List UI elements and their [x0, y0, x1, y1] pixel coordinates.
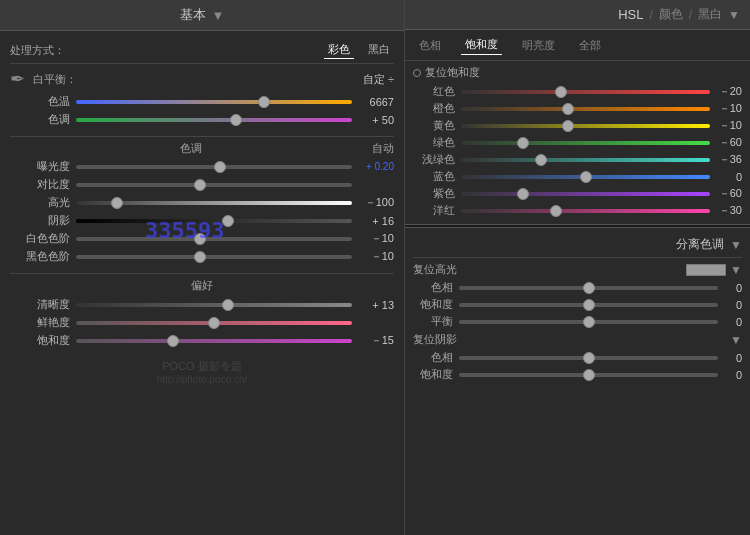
- white-row: 白色色阶 －10: [10, 231, 394, 246]
- color-sep-section: 分离色调 ▼ 复位高光 ▼ 色相 0 饱和度 0: [405, 228, 750, 388]
- hsl-red-value: －20: [710, 84, 742, 99]
- vibrance-thumb[interactable]: [208, 317, 220, 329]
- clarity-thumb[interactable]: [222, 299, 234, 311]
- tone-auto[interactable]: 自动: [372, 141, 394, 156]
- hsl-orange-slider[interactable]: [461, 107, 710, 111]
- hsl-green-thumb[interactable]: [517, 137, 529, 149]
- highlight-value: －100: [352, 195, 394, 210]
- hsl-green-slider[interactable]: [461, 141, 710, 145]
- wb-label: 白平衡：: [33, 72, 77, 87]
- hsl-red-label: 红色: [413, 84, 455, 99]
- saturation-label: 饱和度: [10, 333, 70, 348]
- saturation-value: －15: [352, 333, 394, 348]
- high-hue-thumb[interactable]: [583, 282, 595, 294]
- hsl-yellow-thumb[interactable]: [562, 120, 574, 132]
- tone-label: 色调: [180, 142, 202, 154]
- tab-all[interactable]: 全部: [575, 36, 605, 55]
- saturation-thumb[interactable]: [167, 335, 179, 347]
- hsl-red-thumb[interactable]: [555, 86, 567, 98]
- balance-row: 平衡 0: [413, 314, 742, 329]
- high-sat-thumb[interactable]: [583, 299, 595, 311]
- hsl-blue-slider[interactable]: [461, 175, 710, 179]
- sep-title: 分离色调: [676, 236, 724, 253]
- tint-slider[interactable]: [76, 118, 352, 122]
- high-sat-value: 0: [718, 299, 742, 311]
- hsl-orange-row: 橙色 －10: [413, 101, 742, 116]
- high-hue-slider[interactable]: [459, 286, 718, 290]
- shad-hue-slider[interactable]: [459, 356, 718, 360]
- hsl-purple-thumb[interactable]: [517, 188, 529, 200]
- temp-label: 色温: [10, 94, 70, 109]
- hsl-aqua-thumb[interactable]: [535, 154, 547, 166]
- white-slider[interactable]: [76, 237, 352, 241]
- hsl-blue-label: 蓝色: [413, 169, 455, 184]
- processing-row: 处理方式： 彩色 黑白: [10, 37, 394, 64]
- shad-hue-thumb[interactable]: [583, 352, 595, 364]
- exposure-slider[interactable]: [76, 165, 352, 169]
- basic-section-header[interactable]: 基本 ▼: [0, 0, 404, 31]
- black-slider[interactable]: [76, 255, 352, 259]
- shadow-thumb[interactable]: [222, 215, 234, 227]
- right-header: HSL / 颜色 / 黑白 ▼: [405, 0, 750, 30]
- hsl-title: HSL: [618, 7, 643, 22]
- white-thumb[interactable]: [194, 233, 206, 245]
- sep1: /: [649, 8, 652, 22]
- hsl-green-value: －60: [710, 135, 742, 150]
- shad-sat-row: 饱和度 0: [413, 367, 742, 382]
- highlight-slider[interactable]: [76, 201, 352, 205]
- right-arrow: ▼: [728, 8, 740, 22]
- sep2: /: [689, 8, 692, 22]
- shad-sat-label: 饱和度: [413, 367, 453, 382]
- hsl-purple-slider[interactable]: [461, 192, 710, 196]
- hsl-magenta-thumb[interactable]: [550, 205, 562, 217]
- shad-sat-slider[interactable]: [459, 373, 718, 377]
- right-tabs-row: 色相 饱和度 明亮度 全部: [405, 30, 750, 61]
- hsl-orange-thumb[interactable]: [562, 103, 574, 115]
- tab-hue[interactable]: 色相: [415, 36, 445, 55]
- shad-sat-thumb[interactable]: [583, 369, 595, 381]
- highlight-thumb[interactable]: [111, 197, 123, 209]
- hsl-aqua-slider[interactable]: [461, 158, 710, 162]
- hsl-red-slider[interactable]: [461, 90, 710, 94]
- tint-thumb[interactable]: [230, 114, 242, 126]
- processing-label: 处理方式：: [10, 43, 65, 58]
- hsl-purple-row: 紫色 －60: [413, 186, 742, 201]
- vibrance-slider[interactable]: [76, 321, 352, 325]
- color-tab[interactable]: 颜色: [659, 6, 683, 23]
- temp-slider[interactable]: [76, 100, 352, 104]
- balance-slider[interactable]: [459, 320, 718, 324]
- contrast-slider[interactable]: [76, 183, 352, 187]
- saturation-slider[interactable]: [76, 339, 352, 343]
- hsl-yellow-row: 黄色 －10: [413, 118, 742, 133]
- hsl-magenta-slider[interactable]: [461, 209, 710, 213]
- black-label: 黑色色阶: [10, 249, 70, 264]
- watermark-brand: POCO 摄影专题: [10, 359, 394, 374]
- temp-thumb[interactable]: [258, 96, 270, 108]
- tab-brightness[interactable]: 明亮度: [518, 36, 559, 55]
- shad-hue-row: 色相 0: [413, 350, 742, 365]
- tab-saturation[interactable]: 饱和度: [461, 35, 502, 55]
- color-option[interactable]: 彩色: [324, 41, 354, 59]
- bw-tab[interactable]: 黑白: [698, 6, 722, 23]
- shad-reset-row: 复位阴影 ▼: [413, 332, 742, 347]
- tone-section: 色调 自动 曝光度 + 0.20 对比度: [10, 141, 394, 274]
- clarity-slider[interactable]: [76, 303, 352, 307]
- exposure-thumb[interactable]: [214, 161, 226, 173]
- hsl-yellow-slider[interactable]: [461, 124, 710, 128]
- watermark-area: POCO 摄影专题 http://photo.poco.cn/: [10, 359, 394, 385]
- clarity-label: 清晰度: [10, 297, 70, 312]
- hsl-blue-thumb[interactable]: [580, 171, 592, 183]
- high-hue-value: 0: [718, 282, 742, 294]
- black-thumb[interactable]: [194, 251, 206, 263]
- shad-hue-value: 0: [718, 352, 742, 364]
- contrast-row: 对比度: [10, 177, 394, 192]
- watermark-url: http://photo.poco.cn/: [10, 374, 394, 385]
- bw-option[interactable]: 黑白: [364, 41, 394, 59]
- hsl-blue-row: 蓝色 0: [413, 169, 742, 184]
- shadow-slider[interactable]: [76, 219, 352, 223]
- shad-hue-label: 色相: [413, 350, 453, 365]
- contrast-thumb[interactable]: [194, 179, 206, 191]
- balance-thumb[interactable]: [583, 316, 595, 328]
- high-sat-slider[interactable]: [459, 303, 718, 307]
- hsl-green-row: 绿色 －60: [413, 135, 742, 150]
